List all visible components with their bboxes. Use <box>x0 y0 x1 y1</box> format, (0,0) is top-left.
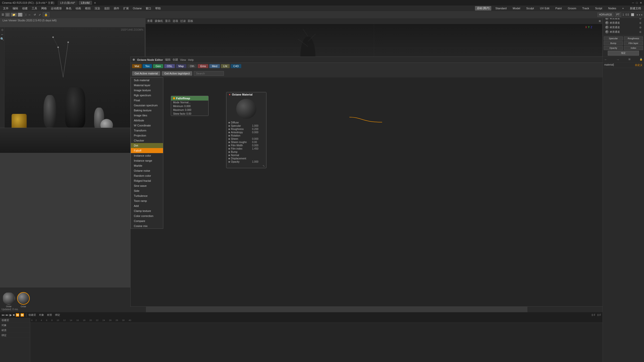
dd-falloff[interactable]: Falloff <box>131 148 163 153</box>
dd-ridged-fractal[interactable]: Ridged fractal <box>131 178 163 183</box>
dd-cosine-mix[interactable]: Cosine mix <box>131 223 163 229</box>
material-ball-1[interactable] <box>3 292 15 305</box>
dd-side[interactable]: Side <box>131 188 163 193</box>
dd-marble[interactable]: Marble <box>131 163 163 168</box>
toolbar-rotate[interactable]: ↺ <box>33 13 37 17</box>
menu-new-doc[interactable]: 新建文档 <box>628 6 643 11</box>
diffuse-socket[interactable] <box>228 122 230 123</box>
tl-bind-label[interactable]: 绑定 <box>55 313 60 317</box>
rp-mat-item-5[interactable]: 材质通道 ⚙ <box>604 30 642 34</box>
minimize-icon[interactable]: ─ <box>632 1 634 4</box>
rp-mat-item-3[interactable]: 材质通道 ⚙ <box>604 21 642 25</box>
menu-nodes[interactable]: Nodes <box>606 6 618 10</box>
rp-next-btn[interactable]: → <box>616 58 619 61</box>
menu-extend[interactable]: 扩展 <box>121 6 131 11</box>
vp-menu-panel[interactable]: 面板 <box>188 19 193 23</box>
ne-tab-map[interactable]: Map <box>176 64 186 68</box>
menu-create[interactable]: 创建 <box>20 6 30 11</box>
dd-random-color[interactable]: Random color <box>131 173 163 178</box>
toolbar-icon-1[interactable]: ≡ <box>2 12 4 17</box>
menu-add-workspace[interactable]: + <box>620 6 626 10</box>
menu-groom[interactable]: Groom <box>566 6 578 10</box>
dd-dirt[interactable]: Dirt <box>131 143 163 148</box>
menu-mesh[interactable]: 网格 <box>39 6 49 11</box>
tl-play-start[interactable]: ⏮ <box>2 313 5 317</box>
film-index-socket[interactable] <box>228 148 230 150</box>
rp-btn-index[interactable]: Index <box>624 46 643 50</box>
toolbar-lock[interactable]: 🔒 <box>43 12 49 17</box>
tool-move[interactable]: ↔ <box>1 33 4 36</box>
dd-toon-ramp[interactable]: Toon ramp <box>131 198 163 203</box>
dd-instance-range[interactable]: Instance range <box>131 158 163 163</box>
dd-float[interactable]: Float <box>131 98 163 103</box>
hdr-select[interactable]: HDR/sRGB <box>597 13 613 17</box>
anisotropy-socket[interactable] <box>228 132 230 133</box>
menu-model[interactable]: Model <box>511 6 522 10</box>
menu-window[interactable]: 窗口 <box>144 6 153 11</box>
bump-socket[interactable] <box>228 151 230 153</box>
ne-menu-create[interactable]: 创建 <box>173 58 178 62</box>
rp-mat-item-4[interactable]: 材质通道 ⚙ <box>604 25 642 30</box>
tl-next-frame[interactable]: ⏩ <box>20 313 24 317</box>
dd-checker[interactable]: Checker <box>131 138 163 143</box>
rp-btn-bump[interactable]: Bump <box>604 41 623 45</box>
menu-char[interactable]: 角色 <box>64 6 73 11</box>
node-canvas[interactable]: Falloffmap Mode Normal... Minimum 0.000 … <box>131 92 644 306</box>
toolbar-new[interactable]: □ <box>5 13 10 17</box>
pt-select[interactable]: PT <box>615 13 621 17</box>
tl-play-end[interactable]: ⏭ <box>6 313 9 317</box>
rotation-socket[interactable] <box>228 135 230 137</box>
ne-menu-help[interactable]: Help <box>188 58 194 61</box>
rp-btn-assign[interactable]: 指定 <box>608 51 639 56</box>
maximize-icon[interactable]: □ <box>636 1 638 4</box>
dd-baking-texture[interactable]: Baking texture <box>131 108 163 113</box>
ne-tab-mat[interactable]: Mat <box>132 64 142 68</box>
vp-menu-display[interactable]: 显示 <box>165 19 171 23</box>
ne-tab-c4d[interactable]: C4D <box>231 64 241 68</box>
dd-instance-color[interactable]: Instance color <box>131 153 163 158</box>
menu-help[interactable]: 帮助 <box>153 6 163 11</box>
falloffmap-node[interactable]: Falloffmap Mode Normal... Minimum 0.000 … <box>171 96 209 116</box>
menu-track[interactable]: 追踪 <box>102 6 112 11</box>
dd-image-tiles[interactable]: Image tiles <box>131 113 163 118</box>
ne-tab-osl[interactable]: OSL <box>164 64 175 68</box>
get-active-tag-btn[interactable]: Get Active tag/object <box>162 71 192 76</box>
add-tab-btn[interactable]: + <box>93 1 97 5</box>
tool-select[interactable]: ⊹ <box>1 28 4 32</box>
toolbar-scale[interactable]: ⤢ <box>38 13 42 17</box>
toolbar-circle-stop[interactable]: ⏹ <box>630 12 635 17</box>
ne-tab-tex[interactable]: Tex <box>143 64 152 68</box>
toolbar-move[interactable]: ↔ <box>27 13 32 17</box>
rp-detail-icon[interactable]: ⊞ <box>628 58 630 61</box>
tl-play-btn[interactable]: ▶ <box>10 313 12 317</box>
ne-tab-med[interactable]: Med <box>209 64 220 68</box>
material-ball-2[interactable] <box>17 292 30 305</box>
dd-projection[interactable]: Projection <box>131 133 163 138</box>
octane-material-node[interactable]: ▼ Octane Material Diffuse Specular 1.000… <box>226 92 266 168</box>
menu-ttrack[interactable]: Track <box>580 6 591 10</box>
ne-tab-oth[interactable]: Oth <box>187 64 197 68</box>
dd-color-correction[interactable]: Color correction <box>131 213 163 218</box>
dd-sub-material[interactable]: Sub material <box>131 78 163 83</box>
dd-octane-noise[interactable]: Octane noise <box>131 168 163 173</box>
toolbar-text[interactable]: T <box>18 13 22 17</box>
menu-mograph[interactable]: 运动图形 <box>49 6 64 11</box>
dd-attribute[interactable]: Attribute <box>131 118 163 123</box>
dd-rgb-spectrum[interactable]: Rgb spectrum <box>131 93 163 98</box>
ne-tab-ems[interactable]: Ems <box>198 64 208 68</box>
dd-transform[interactable]: Transform <box>131 128 163 133</box>
normal-socket[interactable] <box>228 155 230 156</box>
tl-create-layer[interactable]: 创建层 <box>28 313 36 317</box>
menu-file[interactable]: 文件 <box>1 6 11 11</box>
toolbar-open[interactable]: 📁 <box>11 13 17 17</box>
startup-user-btn[interactable]: 启动 (用户) <box>475 6 491 11</box>
dd-w-coordinate[interactable]: W Coordinate <box>131 123 163 128</box>
dd-add[interactable]: Add <box>131 203 163 208</box>
dd-material-layer[interactable]: Material layer <box>131 83 163 88</box>
vp-menu-options[interactable]: 选项 <box>173 19 178 23</box>
rp-btn-opacity[interactable]: Opacity <box>604 46 623 50</box>
menu-script[interactable]: Script <box>593 6 604 10</box>
menu-octane[interactable]: Octane <box>131 6 144 10</box>
close-icon[interactable]: ✕ <box>640 1 642 5</box>
tl-prev-frame[interactable]: ⏪ <box>16 313 19 317</box>
